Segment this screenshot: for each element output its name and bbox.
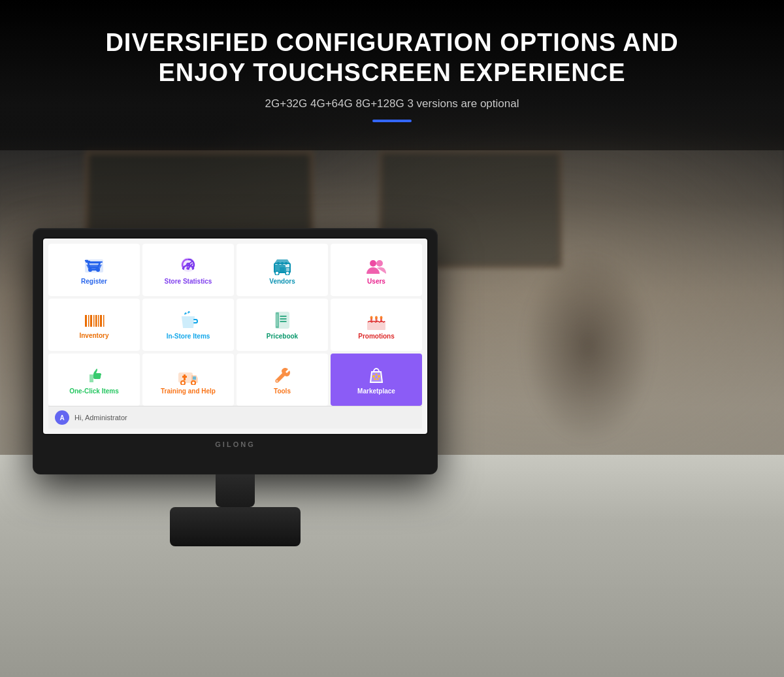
menu-item-store-statistics[interactable]: Store Statistics <box>142 244 234 296</box>
svg-rect-40 <box>368 322 385 330</box>
svg-point-20 <box>285 262 287 265</box>
pricebook-label: Pricebook <box>267 333 298 340</box>
subtitle: 2G+32G 4G+64G 8G+128G 3 versions are opt… <box>265 97 519 110</box>
one-click-items-label: One-Click Items <box>69 388 119 395</box>
in-store-items-label: In-Store Items <box>167 333 210 340</box>
menu-item-register[interactable]: Register <box>48 244 140 296</box>
svg-point-23 <box>286 271 289 275</box>
stand-neck <box>216 474 255 507</box>
training-and-help-icon <box>178 365 199 385</box>
svg-point-11 <box>187 267 189 270</box>
svg-point-46 <box>380 316 383 319</box>
svg-point-45 <box>375 316 378 319</box>
menu-item-vendors[interactable]: Vendors <box>237 244 328 296</box>
menu-item-inventory[interactable]: Inventory <box>48 299 140 351</box>
svg-point-44 <box>370 316 373 319</box>
training-and-help-label: Training and Help <box>161 388 216 395</box>
menu-item-training-and-help[interactable]: Training and Help <box>142 354 234 406</box>
svg-point-19 <box>281 262 284 265</box>
pos-status-bar: A Hi, Administrator <box>48 406 422 429</box>
marketplace-icon <box>367 365 386 386</box>
vendors-label: Vendors <box>269 278 295 286</box>
svg-rect-51 <box>182 376 187 378</box>
svg-rect-24 <box>286 268 289 271</box>
one-click-items-icon <box>84 365 104 386</box>
promotions-icon <box>365 310 387 330</box>
menu-item-pricebook[interactable]: Pricebook <box>237 299 328 351</box>
menu-item-users[interactable]: Users <box>331 244 422 296</box>
bg-person <box>523 248 653 444</box>
store-statistics-label: Store Statistics <box>165 278 212 286</box>
promotions-label: Promotions <box>358 333 395 340</box>
svg-rect-33 <box>100 315 102 327</box>
register-icon <box>84 256 105 275</box>
svg-point-56 <box>378 375 380 378</box>
svg-point-55 <box>376 374 378 376</box>
svg-rect-31 <box>95 315 97 327</box>
svg-rect-29 <box>90 315 92 327</box>
greeting-text: Hi, Administrator <box>74 414 127 421</box>
svg-point-48 <box>181 381 185 385</box>
menu-grid: Register <box>48 244 422 406</box>
in-store-items-icon <box>178 310 198 331</box>
monitor-outer: Register <box>33 228 438 474</box>
svg-point-49 <box>191 381 195 385</box>
svg-rect-27 <box>85 315 87 327</box>
vendors-icon <box>272 256 293 275</box>
svg-point-53 <box>276 380 278 382</box>
tools-label: Tools <box>274 388 291 395</box>
tools-icon <box>272 365 292 386</box>
svg-point-22 <box>275 271 279 275</box>
pricebook-icon <box>273 310 291 331</box>
pos-ui: Register <box>43 239 427 434</box>
store-statistics-icon <box>178 256 199 276</box>
monitor-stand <box>33 474 438 546</box>
svg-point-26 <box>376 260 383 267</box>
svg-point-18 <box>277 262 280 265</box>
users-icon <box>365 256 387 275</box>
inventory-label: Inventory <box>79 332 108 340</box>
svg-rect-32 <box>98 315 99 327</box>
menu-item-marketplace[interactable]: Marketplace <box>331 354 422 406</box>
menu-item-in-store-items[interactable]: In-Store Items <box>142 299 234 351</box>
monitor-brand: GILONG <box>42 440 429 448</box>
header-area: DIVERSIFIED CONFIGURATION OPTIONS AND EN… <box>0 0 784 150</box>
users-label: Users <box>367 278 385 286</box>
svg-point-5 <box>95 268 98 271</box>
svg-point-57 <box>374 378 376 380</box>
admin-avatar: A <box>55 410 69 425</box>
svg-point-25 <box>370 260 376 267</box>
main-title: DIVERSIFIED CONFIGURATION OPTIONS AND EN… <box>105 28 678 88</box>
svg-point-4 <box>89 268 91 271</box>
stand-base <box>170 507 301 546</box>
svg-point-58 <box>377 378 379 380</box>
menu-item-one-click-items[interactable]: One-Click Items <box>48 354 140 406</box>
menu-item-promotions[interactable]: Promotions <box>331 299 422 351</box>
menu-item-tools[interactable]: Tools <box>237 354 328 406</box>
monitor-screen: Register <box>42 237 429 435</box>
monitor-wrapper: Register <box>33 228 438 546</box>
marketplace-label: Marketplace <box>357 388 395 395</box>
svg-rect-34 <box>103 315 105 327</box>
svg-rect-52 <box>193 376 196 380</box>
svg-point-54 <box>372 375 375 378</box>
svg-rect-30 <box>93 315 95 327</box>
blue-accent-line <box>372 120 412 122</box>
register-label: Register <box>81 278 107 286</box>
svg-rect-28 <box>88 315 90 327</box>
inventory-icon <box>83 311 105 330</box>
